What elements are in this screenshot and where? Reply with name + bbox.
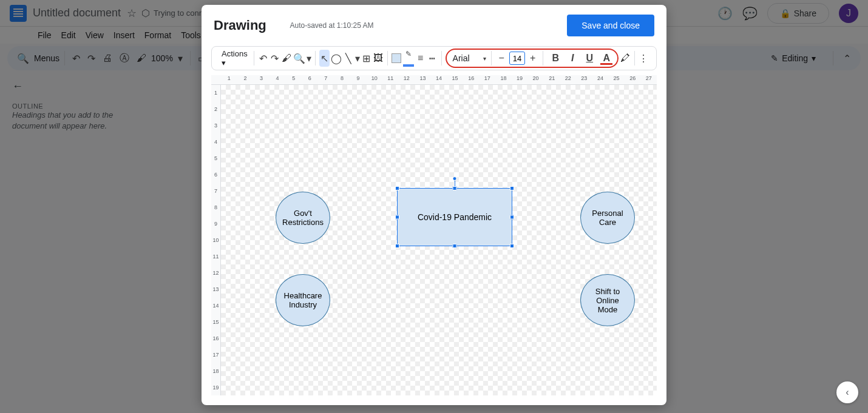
border-weight-icon[interactable]: ≡ (415, 50, 426, 67)
ruler-tick: 15 (447, 75, 463, 84)
divider (543, 51, 543, 65)
resize-handle-bl[interactable] (395, 244, 399, 248)
ruler-tick: 7 (211, 183, 220, 200)
divider (387, 51, 388, 65)
ruler-tick: 10 (211, 232, 220, 249)
ruler-tick: 16 (463, 75, 480, 84)
ruler-tick: 19 (211, 380, 220, 395)
text-color-button[interactable]: A (599, 53, 614, 64)
border-color-icon[interactable]: ✎ (403, 50, 414, 67)
save-close-button[interactable]: Save and close (567, 15, 654, 36)
font-dropdown-icon[interactable]: ▾ (483, 55, 486, 62)
select-tool-icon[interactable]: ↖ (319, 50, 330, 67)
font-family-select[interactable]: Arial (450, 53, 481, 63)
image-tool-icon[interactable]: 🖼 (373, 50, 384, 67)
highlight-color-icon[interactable]: 🖍 (620, 50, 631, 67)
ruler-tick: 3 (253, 75, 270, 84)
fill-color-icon[interactable] (391, 50, 402, 67)
shape-text: Shift to Online Mode (586, 287, 629, 314)
ruler-tick: 24 (592, 75, 609, 84)
drawing-canvas[interactable]: Covid-19 Pandemic Gov't Restrictions (221, 85, 657, 395)
shape-rectangle-center[interactable]: Covid-19 Pandemic (397, 188, 512, 246)
font-controls-highlighted: Arial ▾ − + B I U A (446, 49, 619, 68)
ruler-tick: 1 (211, 85, 220, 101)
ruler-tick: 21 (544, 75, 560, 84)
divider (491, 51, 492, 65)
modal-header: Drawing Auto-saved at 1:10:25 AM Save an… (202, 5, 666, 41)
ruler-tick: 26 (625, 75, 641, 84)
resize-handle-br[interactable] (510, 244, 514, 248)
ruler-tick: 27 (640, 75, 657, 84)
autosave-status: Auto-saved at 1:10:25 AM (290, 21, 373, 30)
more-icon[interactable]: ⋮ (638, 50, 649, 67)
line-tool-icon[interactable]: ╲ (343, 50, 354, 67)
ruler-tick: 18 (495, 75, 512, 84)
ruler-tick: 23 (576, 75, 592, 84)
ruler-tick: 22 (560, 75, 576, 84)
shape-tool-icon[interactable]: ◯ (331, 50, 342, 67)
bold-button[interactable]: B (548, 53, 563, 64)
divider (315, 51, 316, 65)
resize-handle-bm[interactable] (453, 244, 457, 248)
ruler-tick: 13 (415, 75, 431, 84)
paint-format-icon[interactable]: 🖌 (281, 50, 292, 67)
ruler-tick: 11 (382, 75, 399, 84)
line-dropdown-icon[interactable]: ▾ (355, 50, 360, 67)
ruler-tick: 11 (211, 249, 220, 265)
italic-button[interactable]: I (565, 53, 580, 64)
textbox-tool-icon[interactable]: ⊞ (361, 50, 372, 67)
ruler-tick: 17 (480, 75, 496, 84)
actions-label: Actions (222, 49, 248, 58)
ruler-vertical: 1 2 3 4 5 6 7 8 9 10 11 12 13 14 15 16 1… (211, 85, 221, 395)
shape-circle-healthcare[interactable]: Healthcare Industry (276, 274, 330, 326)
explore-button[interactable]: ‹ (836, 381, 858, 403)
divider (634, 51, 635, 65)
ruler-tick: 12 (399, 75, 415, 84)
increase-font-icon[interactable]: + (527, 53, 538, 64)
decrease-font-icon[interactable]: − (497, 53, 507, 64)
rotate-handle[interactable] (453, 176, 457, 181)
zoom-icon[interactable]: 🔍 (293, 50, 305, 67)
ruler-tick: 6 (211, 167, 220, 183)
underline-button[interactable]: U (582, 53, 597, 64)
ruler-tick: 2 (237, 75, 254, 84)
shape-circle-online[interactable]: Shift to Online Mode (580, 274, 635, 326)
resize-handle-tm[interactable] (453, 186, 457, 190)
ruler-tick: 3 (211, 118, 220, 134)
undo-icon[interactable]: ↶ (257, 50, 268, 67)
ruler-tick: 13 (211, 281, 220, 298)
shape-circle-personal[interactable]: Personal Care (580, 192, 635, 244)
ruler-tick: 17 (211, 347, 220, 363)
font-size-input[interactable] (509, 52, 525, 65)
canvas-area: 1 2 3 4 5 6 7 8 9 10 11 12 13 14 15 16 1… (211, 75, 657, 395)
ruler-tick: 20 (527, 75, 544, 84)
resize-handle-tr[interactable] (510, 186, 514, 190)
shape-circle-govt[interactable]: Gov't Restrictions (276, 192, 330, 244)
actions-dropdown[interactable]: Actions ▾ (219, 49, 250, 67)
ruler-tick: 9 (350, 75, 367, 84)
ruler-tick: 9 (211, 216, 220, 232)
ruler-tick: 19 (512, 75, 528, 84)
resize-handle-ml[interactable] (395, 215, 399, 220)
ruler-tick: 18 (211, 363, 220, 380)
ruler-tick: 14 (431, 75, 447, 84)
divider (254, 51, 254, 65)
drawing-modal: Drawing Auto-saved at 1:10:25 AM Save an… (202, 5, 666, 405)
ruler-tick: 5 (285, 75, 302, 84)
resize-handle-tl[interactable] (395, 186, 399, 190)
resize-handle-mr[interactable] (510, 215, 514, 220)
ruler-tick: 4 (211, 134, 220, 150)
border-dash-icon[interactable]: ┅ (427, 50, 438, 67)
ruler-horizontal: 1 2 3 4 5 6 7 8 9 10 11 12 13 14 15 16 1… (211, 75, 657, 85)
redo-icon[interactable]: ↷ (270, 50, 280, 67)
modal-title: Drawing (214, 18, 266, 33)
ruler-tick: 1 (221, 75, 237, 84)
ruler-tick: 8 (334, 75, 350, 84)
shape-text: Covid-19 Pandemic (418, 212, 492, 222)
ruler-tick: 4 (270, 75, 286, 84)
ruler-tick: 14 (211, 298, 220, 314)
chevron-left-icon: ‹ (846, 387, 849, 398)
ruler-tick: 7 (318, 75, 334, 84)
ruler-tick: 5 (211, 150, 220, 167)
zoom-dropdown-icon[interactable]: ▾ (307, 50, 311, 67)
